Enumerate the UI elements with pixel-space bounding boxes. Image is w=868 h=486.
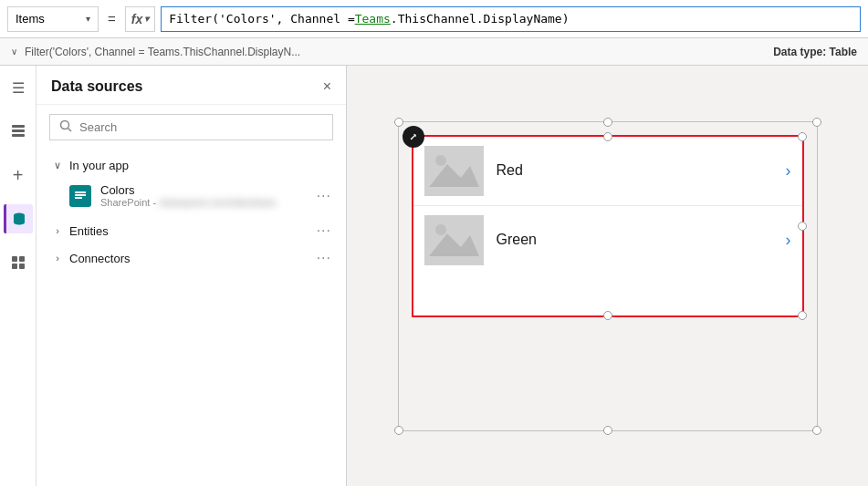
svg-point-16	[435, 155, 446, 166]
property-label: Items	[16, 12, 45, 26]
item-image-red	[424, 146, 484, 196]
svg-line-9	[68, 129, 72, 132]
item-image-green	[424, 215, 484, 265]
handle-bm[interactable]	[603, 426, 612, 435]
sub-bar-datatype: Data type: Table	[773, 46, 857, 58]
in-your-app-chevron-icon: ∨	[51, 160, 64, 171]
property-selector[interactable]: Items ▾	[7, 6, 99, 32]
canvas-container: Red › Green ›	[380, 103, 836, 450]
in-your-app-section: ∨ In your app Colors SharePoint - sharep…	[37, 150, 346, 217]
connectors-item[interactable]: › Connectors ···	[37, 244, 346, 272]
colors-source-sub: SharePoint - sharepoint.com/sites/team	[100, 197, 308, 208]
formula-suffix: .ThisChannel.DisplayName)	[391, 12, 570, 26]
panel-close-button[interactable]: ×	[323, 79, 331, 94]
svg-rect-5	[19, 256, 25, 262]
sub-bar: ∨ Filter('Colors', Channel = Teams.ThisC…	[0, 38, 868, 66]
search-box[interactable]	[49, 114, 333, 140]
item-chevron-red: ›	[786, 161, 791, 181]
datatype-value: Table	[830, 46, 857, 58]
svg-rect-2	[12, 134, 25, 137]
list-handle-tm[interactable]	[603, 132, 612, 141]
list-handle-mr[interactable]	[798, 222, 807, 231]
item-chevron-green: ›	[786, 231, 791, 250]
panel-title: Data sources	[51, 78, 143, 95]
svg-point-19	[435, 224, 446, 235]
colors-source-options[interactable]: ···	[317, 188, 331, 204]
list-handle-br[interactable]	[798, 311, 807, 320]
colors-source-url: sharepoint.com/sites/team	[159, 197, 276, 208]
equals-symbol: =	[104, 11, 120, 26]
plus-icon[interactable]: +	[4, 160, 33, 190]
entities-label: Entities	[69, 224, 311, 238]
list-handle-bm[interactable]	[603, 311, 612, 320]
panel-header: Data sources ×	[37, 66, 346, 105]
formula-input[interactable]: Filter('Colors', Channel = Teams.ThisCha…	[161, 6, 861, 32]
handle-tl[interactable]	[394, 118, 403, 127]
canvas-area: Red › Green ›	[347, 66, 868, 486]
formula-prefix: Filter('Colors', Channel =	[169, 12, 355, 26]
list-item[interactable]: Red ›	[413, 137, 802, 206]
handle-br[interactable]	[812, 426, 821, 435]
database-icon[interactable]	[4, 204, 33, 233]
edit-handle[interactable]	[403, 126, 424, 148]
handle-bl[interactable]	[394, 426, 403, 435]
connectors-label: Connectors	[69, 252, 311, 265]
connectors-chevron-icon: ›	[51, 253, 64, 264]
svg-rect-10	[75, 191, 86, 193]
svg-rect-6	[12, 264, 17, 269]
svg-rect-4	[12, 256, 17, 262]
main-content: ☰ + Data sour	[0, 66, 868, 486]
svg-rect-7	[19, 264, 25, 269]
svg-rect-0	[12, 125, 25, 128]
search-icon	[59, 119, 72, 135]
entities-chevron-icon: ›	[51, 225, 64, 236]
handle-tr[interactable]	[812, 118, 821, 127]
list-control[interactable]: Red › Green ›	[412, 135, 804, 317]
component-icon[interactable]	[4, 248, 33, 277]
in-your-app-label: In your app	[69, 159, 331, 172]
layers-icon[interactable]	[4, 117, 33, 146]
entities-item[interactable]: › Entities ···	[37, 217, 346, 244]
datasources-panel: Data sources × ∨ In your app	[37, 66, 347, 486]
colors-source-name: Colors	[100, 183, 308, 197]
sub-bar-chevron-icon[interactable]: ∨	[11, 47, 17, 57]
search-input[interactable]	[79, 120, 323, 134]
list-handle-tr[interactable]	[798, 132, 807, 141]
fx-chevron-icon: ▾	[144, 14, 149, 24]
item-label-red: Red	[497, 162, 773, 179]
fx-button[interactable]: fx ▾	[125, 6, 155, 32]
colors-source-item[interactable]: Colors SharePoint - sharepoint.com/sites…	[37, 178, 346, 213]
colors-source-info: Colors SharePoint - sharepoint.com/sites…	[100, 183, 308, 208]
formula-highlight: Teams	[355, 12, 391, 26]
svg-rect-12	[75, 197, 82, 199]
svg-rect-1	[12, 129, 25, 132]
list-item[interactable]: Green ›	[413, 206, 802, 274]
sidebar-icons: ☰ +	[0, 66, 37, 486]
handle-tm[interactable]	[603, 118, 612, 127]
hamburger-icon[interactable]: ☰	[4, 73, 33, 102]
svg-rect-11	[75, 194, 86, 196]
in-your-app-item[interactable]: ∨ In your app	[37, 153, 346, 178]
connectors-options[interactable]: ···	[317, 250, 331, 266]
formula-bar: Items ▾ = fx ▾ Filter('Colors', Channel …	[0, 0, 868, 38]
sub-bar-formula: Filter('Colors', Channel = Teams.ThisCha…	[25, 46, 766, 58]
svg-point-8	[61, 121, 69, 129]
colors-source-icon	[69, 185, 91, 207]
item-label-green: Green	[497, 232, 773, 248]
entities-options[interactable]: ···	[317, 222, 331, 239]
